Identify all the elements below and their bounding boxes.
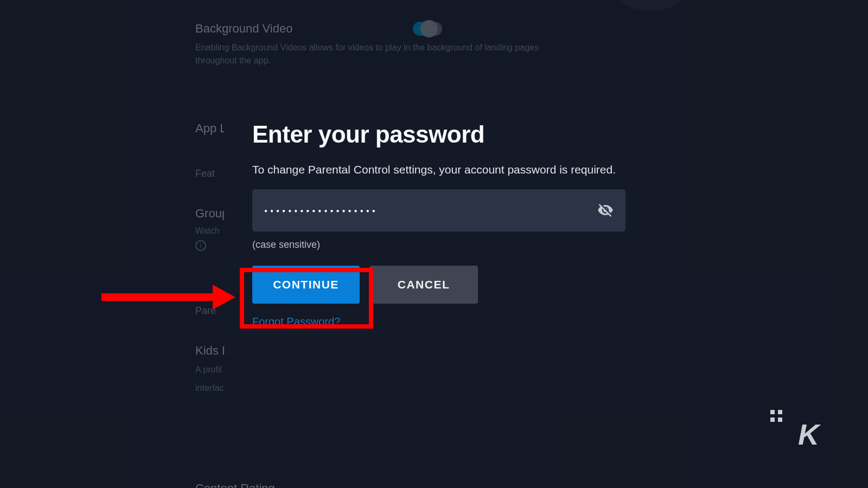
case-sensitive-label: (case sensitive): [252, 239, 624, 251]
watermark-logo: K: [798, 418, 818, 451]
cancel-button[interactable]: CANCEL: [369, 266, 478, 304]
password-masked-value: ●●●●●●●●●●●●●●●●●●●: [264, 208, 378, 214]
forgot-password-link[interactable]: Forgot Password?: [252, 316, 340, 328]
watermark-dots: [770, 410, 782, 422]
toggle-visibility-icon[interactable]: [597, 202, 614, 219]
password-input[interactable]: ●●●●●●●●●●●●●●●●●●●: [252, 189, 626, 232]
password-modal: Enter your password To change Parental C…: [224, 94, 653, 356]
modal-description: To change Parental Control settings, you…: [252, 163, 624, 176]
continue-button[interactable]: CONTINUE: [252, 266, 360, 304]
modal-title: Enter your password: [252, 121, 624, 148]
modal-button-row: CONTINUE CANCEL: [252, 266, 624, 304]
